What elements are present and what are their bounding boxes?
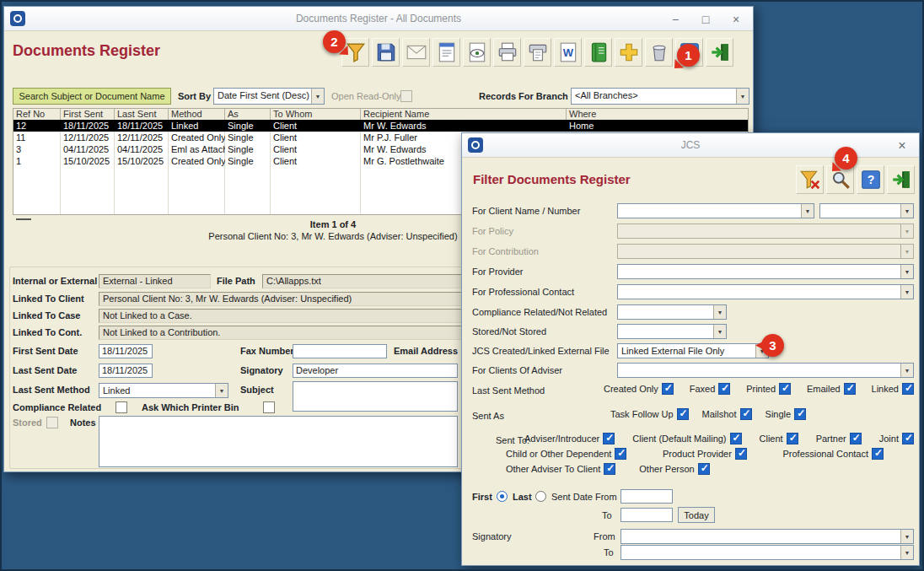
exit-button[interactable] bbox=[887, 165, 915, 194]
column-header[interactable]: First Sent bbox=[61, 109, 115, 120]
compliance-filter-select[interactable] bbox=[617, 304, 727, 320]
main-titlebar[interactable]: Documents Register - All Documents − □ × bbox=[4, 7, 753, 31]
minimize-button[interactable]: − bbox=[660, 7, 690, 31]
chevron-down-icon[interactable] bbox=[900, 285, 913, 299]
checkbox[interactable] bbox=[735, 448, 747, 460]
chevron-down-icon[interactable] bbox=[900, 364, 913, 377]
delete-button[interactable] bbox=[645, 38, 673, 67]
save-button[interactable] bbox=[372, 38, 400, 67]
chevron-down-icon[interactable] bbox=[736, 89, 749, 104]
stored-checkbox[interactable] bbox=[46, 417, 58, 428]
today-button[interactable]: Today bbox=[678, 507, 715, 523]
checkbox[interactable] bbox=[698, 463, 710, 475]
print-preview-button[interactable] bbox=[524, 38, 551, 67]
chevron-down-icon[interactable] bbox=[900, 265, 913, 278]
print-icon bbox=[497, 41, 518, 63]
column-header[interactable]: Last Sent bbox=[115, 109, 169, 120]
last-sent-date-label: Last Sent Date bbox=[13, 365, 77, 375]
checkbox[interactable] bbox=[604, 463, 615, 475]
chevron-down-icon[interactable] bbox=[801, 204, 814, 218]
checkbox[interactable] bbox=[902, 383, 914, 395]
jcs-file-select[interactable]: Linked External File Only bbox=[617, 343, 769, 358]
table-row[interactable]: 1218/11/202518/11/2025LinkedSingleClient… bbox=[13, 120, 748, 132]
column-header[interactable]: As bbox=[225, 109, 271, 120]
column-header[interactable]: Ref No bbox=[13, 109, 61, 120]
sent-date-from-field[interactable] bbox=[620, 489, 673, 504]
last-radio[interactable] bbox=[535, 491, 546, 502]
for-client-select[interactable] bbox=[617, 203, 814, 218]
notes-field[interactable] bbox=[99, 416, 458, 467]
last-sent-date-field[interactable]: 18/11/2025 bbox=[99, 364, 153, 378]
ask-printer-bin-checkbox[interactable] bbox=[263, 401, 275, 413]
branch-select[interactable]: <All Branches> bbox=[571, 88, 749, 105]
wordpad-button[interactable] bbox=[432, 38, 460, 67]
chevron-down-icon[interactable] bbox=[713, 325, 726, 338]
checkbox[interactable] bbox=[677, 408, 689, 420]
chevron-down-icon[interactable] bbox=[900, 530, 913, 543]
checkbox[interactable] bbox=[662, 383, 674, 395]
sent-to-options-row1: Adviser/Introducer Client (Default Maili… bbox=[524, 433, 914, 444]
checkbox[interactable] bbox=[794, 408, 806, 420]
for-professional-contact-select[interactable] bbox=[617, 284, 914, 299]
fax-number-field[interactable] bbox=[293, 344, 387, 358]
filter-option: Emailed bbox=[807, 383, 856, 395]
linked-to-client-value: Personal Client No: 3, Mr W. Edwards (Ad… bbox=[99, 292, 470, 306]
subject-field[interactable] bbox=[293, 381, 458, 412]
for-clients-of-adviser-select[interactable] bbox=[617, 363, 914, 378]
first-radio[interactable] bbox=[497, 491, 508, 502]
close-button[interactable]: × bbox=[887, 133, 917, 158]
compliance-related-checkbox[interactable] bbox=[116, 401, 127, 413]
for-clients-of-adviser-label: For Clients Of Adviser bbox=[472, 365, 562, 375]
checkbox[interactable] bbox=[730, 433, 742, 444]
search-input[interactable]: Search Subject or Document Name bbox=[13, 88, 171, 105]
chevron-down-icon[interactable] bbox=[900, 204, 913, 218]
checkbox[interactable] bbox=[850, 433, 862, 444]
read-only-checkbox[interactable] bbox=[400, 90, 412, 102]
delete-icon bbox=[648, 41, 670, 63]
view-button[interactable] bbox=[463, 38, 491, 67]
sort-by-select[interactable]: Date First Sent (Desc) bbox=[213, 88, 325, 105]
read-only-label: Open Read-Only bbox=[331, 91, 401, 101]
checkbox[interactable] bbox=[779, 383, 791, 395]
column-header[interactable]: Method bbox=[169, 109, 225, 120]
exit-button[interactable] bbox=[706, 38, 733, 67]
column-header[interactable]: Recipient Name bbox=[361, 109, 567, 120]
checkbox[interactable] bbox=[872, 448, 884, 460]
chevron-down-icon[interactable] bbox=[311, 89, 324, 104]
jcs-file-label: JCS Created/Linked External File bbox=[472, 346, 610, 356]
checkbox[interactable] bbox=[902, 433, 914, 444]
filter-option: Printed bbox=[746, 383, 791, 395]
filter-option: Mailshot bbox=[702, 408, 752, 420]
email-button[interactable] bbox=[402, 38, 430, 67]
notebook-button[interactable] bbox=[584, 38, 612, 67]
checkbox[interactable] bbox=[603, 433, 615, 444]
sent-date-to-field[interactable] bbox=[620, 508, 673, 522]
signatory-to-select[interactable] bbox=[620, 545, 914, 560]
signatory-field[interactable]: Developer bbox=[293, 364, 458, 378]
last-sent-method-options: Created Only Faxed Printed Emailed Linke… bbox=[604, 383, 914, 395]
maximize-button[interactable]: □ bbox=[690, 7, 721, 31]
clear-filter-button[interactable] bbox=[796, 165, 824, 194]
print-preview-icon bbox=[527, 41, 549, 63]
print-button[interactable] bbox=[493, 38, 521, 67]
checkbox[interactable] bbox=[787, 433, 798, 444]
chevron-down-icon[interactable] bbox=[900, 546, 913, 559]
for-client-number-select[interactable] bbox=[819, 203, 914, 218]
add-button[interactable] bbox=[615, 38, 642, 67]
checkbox[interactable] bbox=[844, 383, 856, 395]
chevron-down-icon[interactable] bbox=[713, 305, 726, 319]
checkbox[interactable] bbox=[740, 408, 752, 420]
help-button[interactable]: ? bbox=[857, 165, 884, 194]
first-sent-date-field[interactable]: 18/11/2025 bbox=[99, 344, 153, 358]
checkbox[interactable] bbox=[718, 383, 730, 395]
chevron-down-icon[interactable] bbox=[215, 384, 228, 397]
signatory-from-select[interactable] bbox=[620, 529, 914, 544]
column-header[interactable]: Where bbox=[567, 109, 748, 120]
close-button[interactable]: × bbox=[721, 7, 751, 31]
for-provider-select[interactable] bbox=[617, 264, 914, 279]
column-header[interactable]: To Whom bbox=[271, 109, 361, 120]
checkbox[interactable] bbox=[615, 448, 626, 460]
stored-filter-select[interactable] bbox=[617, 324, 727, 339]
word-export-button[interactable]: W bbox=[554, 38, 582, 67]
last-sent-method-select[interactable]: Linked bbox=[99, 383, 228, 398]
